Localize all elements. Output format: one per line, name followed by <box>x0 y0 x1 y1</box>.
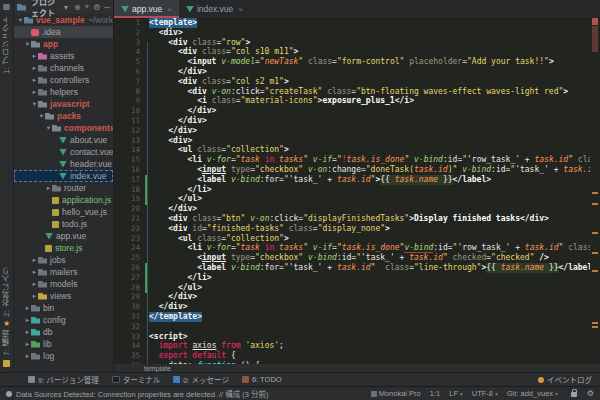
stripe-mark[interactable] <box>592 192 598 194</box>
locate-icon[interactable]: ⌖ <box>85 2 90 12</box>
toolwindow-button-vcs[interactable]: 9: バージョン管理 <box>28 374 99 385</box>
tree-item-models[interactable]: ▸models <box>14 278 113 290</box>
scrollbar-thumb[interactable] <box>592 26 598 52</box>
collapsed-arrow-icon[interactable]: ▸ <box>31 76 38 84</box>
status-widget-git-add-vuex[interactable]: Git: add_vuex▾ <box>507 389 558 398</box>
tree-item-assets[interactable]: ▸assets <box>14 50 113 62</box>
tree-item-packs[interactable]: ▾packs <box>14 110 113 122</box>
collapsed-arrow-icon[interactable]: ▸ <box>45 184 52 192</box>
stripe-mark[interactable] <box>592 252 598 254</box>
status-widget-lf[interactable]: LF▾ <box>449 389 463 398</box>
tree-item-vue-sample[interactable]: ▾vue_sample ~/workspace/vue <box>14 14 113 26</box>
toolwindow-stripe-project[interactable]: 1: プロジェクト <box>1 16 12 74</box>
chevron-down-icon[interactable]: ▾ <box>64 3 68 12</box>
error-stripe-scrollbar[interactable] <box>590 18 600 364</box>
tree-item-index-vue[interactable]: index.vue <box>14 170 113 182</box>
tree-item-lib[interactable]: ▸lib <box>14 338 113 350</box>
tree-item-bin[interactable]: ▸bin <box>14 302 113 314</box>
tree-item-jobs[interactable]: ▸jobs <box>14 254 113 266</box>
tree-item-router[interactable]: ▸router <box>14 182 113 194</box>
tree-item-about-vue[interactable]: about.vue <box>14 134 113 146</box>
breadcrumb-template[interactable]: template <box>144 365 171 372</box>
tab-app-vue[interactable]: app.vue× <box>114 0 179 18</box>
collapsed-arrow-icon[interactable]: ▸ <box>24 352 31 360</box>
code-token: v-on <box>308 165 327 175</box>
tree-item-helpers[interactable]: ▸helpers <box>14 86 113 98</box>
status-widget-1-1[interactable]: 1:1 <box>430 389 440 398</box>
expanded-arrow-icon[interactable]: ▾ <box>17 16 24 24</box>
status-widget-utf-8[interactable]: UTF-8▾ <box>472 389 498 398</box>
tree-item-mailers[interactable]: ▸mailers <box>14 266 113 278</box>
toolwindow-stripe-favorites[interactable]: 2: お気に入り <box>1 267 12 317</box>
code-token: placeholder <box>409 57 462 67</box>
toolwindow-button-terminal[interactable]: ターミナル <box>112 374 161 385</box>
rails-icon <box>31 29 39 36</box>
expanded-arrow-icon[interactable]: ▾ <box>24 40 31 48</box>
collapsed-arrow-icon[interactable]: ▸ <box>31 280 38 288</box>
gear-icon[interactable]: ⚙ <box>93 3 100 12</box>
collapsed-arrow-icon[interactable]: ▸ <box>31 52 38 60</box>
collapse-all-icon[interactable]: ⊕ <box>74 3 81 12</box>
inspection-status-icon[interactable] <box>592 18 598 25</box>
tab-index-vue[interactable]: index.vue× <box>179 0 250 18</box>
collapsed-arrow-icon[interactable]: ▸ <box>24 316 31 324</box>
code-line-1: 1<template> <box>114 18 590 28</box>
stripe-mark[interactable] <box>592 232 598 234</box>
structure-icon[interactable] <box>3 360 10 367</box>
tree-item-store-js[interactable]: store.js <box>14 242 113 254</box>
tree-item-app[interactable]: ▾app <box>14 38 113 50</box>
project-toolwindow-icon[interactable]: ▦ <box>3 2 11 12</box>
hide-panel-icon[interactable]: ─ <box>104 3 110 12</box>
tree-item-hello-vue-js[interactable]: hello_vue.js <box>14 206 113 218</box>
stripe-mark[interactable] <box>592 322 598 324</box>
tree-item-components[interactable]: ▾components <box>14 122 113 134</box>
collapsed-arrow-icon[interactable]: ▸ <box>24 328 31 336</box>
expanded-arrow-icon[interactable]: ▾ <box>38 112 45 120</box>
hector-gear-icon[interactable]: ⚙ <box>587 389 594 398</box>
tree-item-app-vue[interactable]: app.vue <box>14 230 113 242</box>
close-tab-icon[interactable]: × <box>167 5 172 14</box>
favorites-star-icon[interactable]: ★ <box>3 319 10 328</box>
tree-item-controllers[interactable]: ▸controllers <box>14 74 113 86</box>
code-token: "btn" <box>221 214 245 224</box>
toolwindow-stripe-structure[interactable]: 7: 構造 <box>1 330 12 356</box>
expanded-arrow-icon[interactable]: ▾ <box>45 124 52 132</box>
event-log-button[interactable]: イベントログ <box>538 374 592 385</box>
collapsed-arrow-icon[interactable]: ▸ <box>24 340 31 348</box>
tree-item-header-vue[interactable]: header.vue <box>14 158 113 170</box>
tree-item--idea[interactable]: .idea <box>14 26 113 38</box>
collapsed-arrow-icon[interactable]: ▸ <box>31 256 38 264</box>
tree-item-channels[interactable]: ▸channels <box>14 62 113 74</box>
tree-item-todo-js[interactable]: todo.js <box>14 218 113 230</box>
tree-item-config[interactable]: ▸config <box>14 314 113 326</box>
tree-item-application-js[interactable]: application.js <box>14 194 113 206</box>
code-token: from <box>221 341 240 351</box>
tree-item-javascript[interactable]: ▾javascript <box>14 98 113 110</box>
project-tree: ▾vue_sample ~/workspace/vue.idea▾app▸ass… <box>14 14 113 373</box>
expanded-arrow-icon[interactable]: ▾ <box>31 100 38 108</box>
lock-icon[interactable] <box>571 392 577 397</box>
collapsed-arrow-icon[interactable]: ▸ <box>31 292 38 300</box>
toolwindow-button-todo[interactable]: 6: TODO <box>242 375 282 384</box>
tree-item-log[interactable]: ▸log <box>14 350 113 362</box>
close-tab-icon[interactable]: × <box>238 5 243 14</box>
collapsed-arrow-icon[interactable]: ▸ <box>31 64 38 72</box>
tree-item-views[interactable]: ▸views <box>14 290 113 302</box>
stripe-mark[interactable] <box>592 203 598 205</box>
stripe-mark[interactable] <box>592 270 598 272</box>
tree-item-contact-vue[interactable]: contact.vue <box>14 146 113 158</box>
code-token: task.id <box>414 165 448 175</box>
collapsed-arrow-icon[interactable]: ▸ <box>24 304 31 312</box>
code-editor[interactable]: 1<template>2 <div>3 <div class="row">4 <… <box>114 18 590 364</box>
status-widget-monokai-pro[interactable]: Monokai Pro <box>371 389 421 398</box>
collapsed-arrow-icon[interactable]: ▸ <box>31 268 38 276</box>
status-message[interactable]: Data Sources Detected: Connection proper… <box>16 388 269 399</box>
tree-item-db[interactable]: ▸db <box>14 326 113 338</box>
toolwindow-button-messages[interactable]: 0: メッセージ <box>173 374 229 385</box>
code-line-20: 20 </div> <box>114 204 590 214</box>
stripe-mark[interactable] <box>592 326 598 328</box>
line-number: 12 <box>114 126 149 136</box>
tree-item-label: app.vue <box>56 231 86 241</box>
collapsed-arrow-icon[interactable]: ▸ <box>31 88 38 96</box>
folder-icon <box>38 101 47 108</box>
